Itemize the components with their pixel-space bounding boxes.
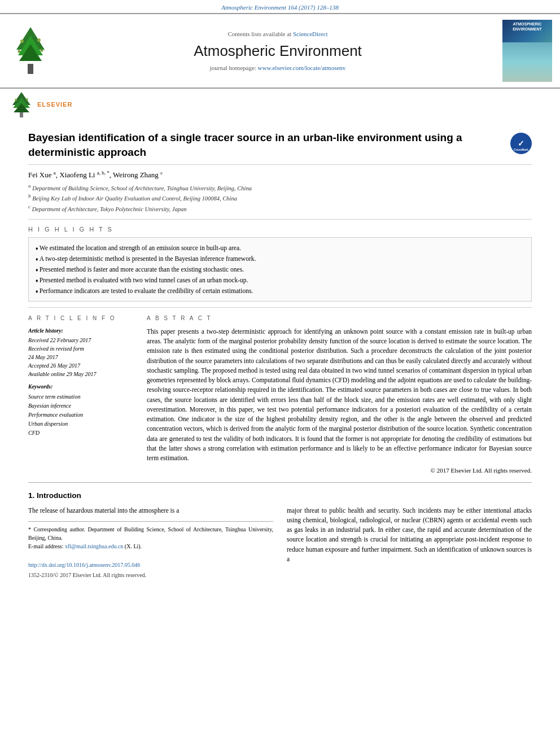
cover-title: ATMOSPHERIC ENVIRONMENT	[505, 22, 550, 32]
affiliation-c: c Department of Architecture, Tokyo Poly…	[28, 203, 532, 213]
author-1: Fei Xue	[28, 171, 52, 179]
journal-homepage: journal homepage: www.elsevier.com/locat…	[59, 64, 497, 72]
footnote-area: * Corresponding author. Department of Bu…	[28, 521, 273, 551]
history-title: Article history:	[28, 327, 135, 335]
highlights-section: H I G H L I G H T S We estimated the loc…	[28, 220, 532, 307]
authors-line: Fei Xue a, Xiaofeng Li a, b, *, Weirong …	[28, 165, 532, 183]
article-info-abstract: A R T I C L E I N F O Article history: R…	[28, 307, 532, 482]
keyword-5: CFD	[28, 429, 135, 438]
introduction-section: 1. Introduction The release of hazardous…	[0, 491, 560, 580]
highlights-label: H I G H L I G H T S	[28, 225, 532, 234]
svg-point-12	[15, 99, 17, 101]
svg-rect-0	[28, 64, 33, 74]
article-info-col: A R T I C L E I N F O Article history: R…	[28, 314, 135, 475]
highlight-item-4: Presented method is evaluated with two w…	[36, 275, 524, 286]
intro-col-right: major threat to public health and securi…	[287, 506, 532, 580]
journal-cover: ATMOSPHERIC ENVIRONMENT	[502, 20, 552, 82]
highlights-box: We estimated the location and strength o…	[28, 237, 532, 301]
highlight-item-1: We estimated the location and strength o…	[36, 242, 524, 253]
keyword-1: Source term estimation	[28, 392, 135, 401]
author-2: Xiaofeng Li	[59, 171, 95, 179]
copyright: © 2017 Elsevier Ltd. All rights reserved…	[147, 466, 532, 475]
intro-two-col: The release of hazardous material into t…	[28, 506, 532, 580]
bottom-divider	[28, 482, 532, 483]
elsevier-branding: ELSEVIER	[0, 89, 560, 120]
article-title-wrapper: Bayesian identification of a single trac…	[28, 130, 505, 159]
history-received: Received 22 February 2017	[28, 336, 135, 344]
journal-header: Contents lists available at ScienceDirec…	[0, 13, 560, 89]
abstract-text: This paper presents a two-step determini…	[147, 327, 532, 464]
journal-title: Atmospheric Environment	[59, 41, 497, 61]
keyword-2: Bayesian inference	[28, 401, 135, 410]
sciencedirect-link[interactable]: ScienceDirect	[293, 30, 328, 37]
contents-availability: Contents lists available at ScienceDirec…	[59, 30, 497, 38]
abstract-label: A B S T R A C T	[147, 314, 532, 322]
svg-point-5	[37, 38, 41, 42]
affiliation-a: a Department of Building Science, School…	[28, 182, 532, 193]
email-footnote: E-mail address: xfl@mail.tsinghua.edu.cn…	[28, 542, 273, 551]
svg-point-7	[41, 49, 43, 51]
affiliations: a Department of Building Science, School…	[28, 182, 532, 220]
author-3: Weirong Zhang	[113, 171, 159, 179]
main-content: Bayesian identification of a single trac…	[0, 120, 560, 482]
article-title-section: Bayesian identification of a single trac…	[28, 120, 532, 164]
introduction-heading: 1. Introduction	[28, 491, 532, 501]
journal-citation-link: Atmospheric Environment 164 (2017) 128–1…	[0, 0, 560, 13]
journal-homepage-link[interactable]: www.elsevier.com/locate/atmosenv	[258, 64, 346, 71]
highlight-item-2: A two-step deterministic method is prese…	[36, 253, 524, 264]
issn-line: 1352-2310/© 2017 Elsevier Ltd. All right…	[28, 571, 273, 579]
keyword-3: Performance evaluation	[28, 410, 135, 420]
keywords-title: Keywords:	[28, 383, 135, 391]
highlights-list: We estimated the location and strength o…	[36, 242, 524, 296]
svg-point-13	[26, 98, 28, 101]
svg-text:✓: ✓	[518, 139, 524, 148]
svg-point-6	[18, 50, 21, 53]
history-accepted: Accepted 26 May 2017	[28, 361, 135, 370]
svg-text:CrossMark: CrossMark	[514, 148, 528, 151]
article-history: Article history: Received 22 February 20…	[28, 327, 135, 378]
svg-point-4	[20, 40, 24, 43]
history-revised-date: 24 May 2017	[28, 353, 135, 361]
keywords-section: Keywords: Source term estimation Bayesia…	[28, 383, 135, 438]
svg-rect-8	[20, 112, 23, 117]
history-revised-label: Received in revised form	[28, 344, 135, 353]
elsevier-text: ELSEVIER	[37, 101, 72, 109]
intro-col-left: The release of hazardous material into t…	[28, 506, 273, 580]
affiliation-b: b Beijing Key Lab of Indoor Air Quality …	[28, 193, 532, 203]
highlight-item-3: Presented method is faster and more accu…	[36, 264, 524, 275]
email-link[interactable]: xfl@mail.tsinghua.edu.cn	[65, 543, 123, 549]
elsevier-logo-left	[8, 24, 53, 78]
doi-link[interactable]: http://dx.doi.org/10.1016/j.atmosenv.201…	[28, 562, 140, 568]
journal-header-center: Contents lists available at ScienceDirec…	[59, 30, 497, 72]
history-online: Available online 29 May 2017	[28, 370, 135, 378]
corresponding-footnote: * Corresponding author. Department of Bu…	[28, 525, 273, 542]
highlight-item-5: Performance indicators are tested to eva…	[36, 286, 524, 296]
crossmark-icon: ✓ CrossMark	[510, 133, 532, 154]
article-info-label: A R T I C L E I N F O	[28, 314, 135, 322]
abstract-col: A B S T R A C T This paper presents a tw…	[147, 314, 532, 475]
keyword-4: Urban dispersion	[28, 420, 135, 429]
article-title: Bayesian identification of a single trac…	[28, 130, 505, 159]
